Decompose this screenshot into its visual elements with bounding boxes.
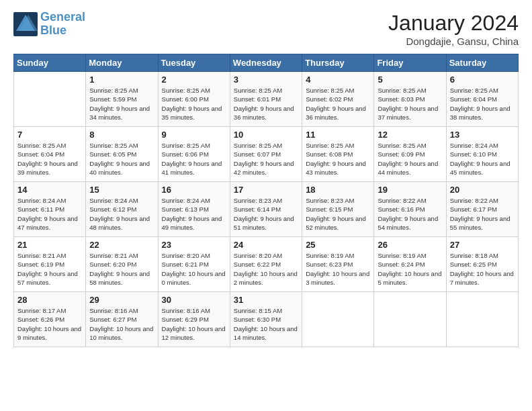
day-number: 12	[378, 130, 442, 140]
day-cell	[446, 292, 518, 347]
day-info: Sunrise: 8:21 AMSunset: 6:20 PMDaylight:…	[89, 251, 154, 287]
weekday-header-friday: Friday	[374, 54, 446, 72]
day-info: Sunrise: 8:18 AMSunset: 6:25 PMDaylight:…	[450, 251, 515, 287]
day-cell: 17Sunrise: 8:23 AMSunset: 6:14 PMDayligh…	[230, 182, 302, 237]
calendar-table: SundayMondayTuesdayWednesdayThursdayFrid…	[13, 54, 519, 347]
day-number: 25	[306, 240, 370, 250]
day-cell: 18Sunrise: 8:23 AMSunset: 6:15 PMDayligh…	[302, 182, 374, 237]
week-row-4: 21Sunrise: 8:21 AMSunset: 6:19 PMDayligh…	[14, 237, 519, 292]
day-number: 8	[89, 130, 154, 140]
day-cell: 11Sunrise: 8:25 AMSunset: 6:08 PMDayligh…	[302, 127, 374, 182]
logo-text: General Blue	[40, 11, 85, 38]
day-cell	[302, 292, 374, 347]
day-cell: 24Sunrise: 8:20 AMSunset: 6:22 PMDayligh…	[230, 237, 302, 292]
day-number: 26	[378, 240, 442, 250]
day-number: 2	[162, 75, 226, 85]
day-info: Sunrise: 8:25 AMSunset: 6:09 PMDaylight:…	[378, 141, 442, 177]
day-number: 31	[234, 295, 298, 305]
day-info: Sunrise: 8:15 AMSunset: 6:30 PMDaylight:…	[234, 306, 298, 342]
day-cell: 20Sunrise: 8:22 AMSunset: 6:17 PMDayligh…	[446, 182, 518, 237]
day-info: Sunrise: 8:24 AMSunset: 6:10 PMDaylight:…	[450, 141, 515, 177]
day-number: 29	[89, 295, 154, 305]
day-number: 30	[162, 295, 226, 305]
day-cell: 3Sunrise: 8:25 AMSunset: 6:01 PMDaylight…	[230, 72, 302, 127]
day-cell: 22Sunrise: 8:21 AMSunset: 6:20 PMDayligh…	[86, 237, 158, 292]
weekday-row: SundayMondayTuesdayWednesdayThursdayFrid…	[14, 54, 519, 72]
day-info: Sunrise: 8:21 AMSunset: 6:19 PMDaylight:…	[17, 251, 82, 287]
day-cell: 12Sunrise: 8:25 AMSunset: 6:09 PMDayligh…	[374, 127, 446, 182]
day-cell: 2Sunrise: 8:25 AMSunset: 6:00 PMDaylight…	[158, 72, 230, 127]
day-number: 16	[162, 185, 226, 195]
day-info: Sunrise: 8:20 AMSunset: 6:21 PMDaylight:…	[162, 251, 226, 287]
day-number: 28	[17, 295, 82, 305]
week-row-2: 7Sunrise: 8:25 AMSunset: 6:04 PMDaylight…	[14, 127, 519, 182]
day-cell: 26Sunrise: 8:19 AMSunset: 6:24 PMDayligh…	[374, 237, 446, 292]
day-number: 7	[17, 130, 82, 140]
day-cell: 9Sunrise: 8:25 AMSunset: 6:06 PMDaylight…	[158, 127, 230, 182]
day-number: 14	[17, 185, 82, 195]
day-number: 15	[89, 185, 154, 195]
logo-line2: Blue	[40, 24, 66, 37]
day-cell: 15Sunrise: 8:24 AMSunset: 6:12 PMDayligh…	[86, 182, 158, 237]
day-info: Sunrise: 8:25 AMSunset: 6:00 PMDaylight:…	[162, 86, 226, 122]
day-info: Sunrise: 8:25 AMSunset: 5:59 PMDaylight:…	[89, 86, 154, 122]
day-number: 19	[378, 185, 442, 195]
day-cell: 29Sunrise: 8:16 AMSunset: 6:27 PMDayligh…	[86, 292, 158, 347]
day-info: Sunrise: 8:25 AMSunset: 6:06 PMDaylight:…	[162, 141, 226, 177]
day-number: 10	[234, 130, 298, 140]
day-number: 13	[450, 130, 515, 140]
day-number: 1	[89, 75, 154, 85]
day-cell	[14, 72, 86, 127]
day-cell: 31Sunrise: 8:15 AMSunset: 6:30 PMDayligh…	[230, 292, 302, 347]
logo-icon	[13, 12, 38, 36]
day-info: Sunrise: 8:25 AMSunset: 6:08 PMDaylight:…	[306, 141, 370, 177]
week-row-3: 14Sunrise: 8:24 AMSunset: 6:11 PMDayligh…	[14, 182, 519, 237]
weekday-header-saturday: Saturday	[446, 54, 518, 72]
day-info: Sunrise: 8:25 AMSunset: 6:05 PMDaylight:…	[89, 141, 154, 177]
day-cell: 13Sunrise: 8:24 AMSunset: 6:10 PMDayligh…	[446, 127, 518, 182]
day-cell: 4Sunrise: 8:25 AMSunset: 6:02 PMDaylight…	[302, 72, 374, 127]
day-cell: 5Sunrise: 8:25 AMSunset: 6:03 PMDaylight…	[374, 72, 446, 127]
day-cell: 7Sunrise: 8:25 AMSunset: 6:04 PMDaylight…	[14, 127, 86, 182]
day-number: 20	[450, 185, 515, 195]
day-cell: 10Sunrise: 8:25 AMSunset: 6:07 PMDayligh…	[230, 127, 302, 182]
weekday-header-tuesday: Tuesday	[158, 54, 230, 72]
day-cell: 23Sunrise: 8:20 AMSunset: 6:21 PMDayligh…	[158, 237, 230, 292]
header: General Blue January 2024 Dongdajie, Gan…	[13, 11, 519, 47]
day-cell: 19Sunrise: 8:22 AMSunset: 6:16 PMDayligh…	[374, 182, 446, 237]
day-cell: 1Sunrise: 8:25 AMSunset: 5:59 PMDaylight…	[86, 72, 158, 127]
day-info: Sunrise: 8:25 AMSunset: 6:04 PMDaylight:…	[17, 141, 82, 177]
week-row-1: 1Sunrise: 8:25 AMSunset: 5:59 PMDaylight…	[14, 72, 519, 127]
day-cell: 6Sunrise: 8:25 AMSunset: 6:04 PMDaylight…	[446, 72, 518, 127]
day-info: Sunrise: 8:23 AMSunset: 6:14 PMDaylight:…	[234, 196, 298, 232]
day-info: Sunrise: 8:25 AMSunset: 6:02 PMDaylight:…	[306, 86, 370, 122]
day-number: 17	[234, 185, 298, 195]
day-cell	[374, 292, 446, 347]
day-info: Sunrise: 8:19 AMSunset: 6:23 PMDaylight:…	[306, 251, 370, 287]
day-number: 11	[306, 130, 370, 140]
day-info: Sunrise: 8:17 AMSunset: 6:26 PMDaylight:…	[17, 306, 82, 342]
day-number: 27	[450, 240, 515, 250]
day-info: Sunrise: 8:24 AMSunset: 6:11 PMDaylight:…	[17, 196, 82, 232]
day-cell: 16Sunrise: 8:24 AMSunset: 6:13 PMDayligh…	[158, 182, 230, 237]
day-cell: 30Sunrise: 8:16 AMSunset: 6:29 PMDayligh…	[158, 292, 230, 347]
day-info: Sunrise: 8:19 AMSunset: 6:24 PMDaylight:…	[378, 251, 442, 287]
day-info: Sunrise: 8:20 AMSunset: 6:22 PMDaylight:…	[234, 251, 298, 287]
month-title: January 2024	[388, 11, 519, 36]
weekday-header-wednesday: Wednesday	[230, 54, 302, 72]
logo: General Blue	[13, 11, 85, 38]
logo-line1: General	[40, 10, 85, 24]
day-cell: 28Sunrise: 8:17 AMSunset: 6:26 PMDayligh…	[14, 292, 86, 347]
day-number: 5	[378, 75, 442, 85]
day-info: Sunrise: 8:25 AMSunset: 6:03 PMDaylight:…	[378, 86, 442, 122]
day-number: 9	[162, 130, 226, 140]
day-info: Sunrise: 8:16 AMSunset: 6:27 PMDaylight:…	[89, 306, 154, 342]
day-cell: 8Sunrise: 8:25 AMSunset: 6:05 PMDaylight…	[86, 127, 158, 182]
calendar-header: SundayMondayTuesdayWednesdayThursdayFrid…	[14, 54, 519, 72]
day-info: Sunrise: 8:23 AMSunset: 6:15 PMDaylight:…	[306, 196, 370, 232]
day-info: Sunrise: 8:25 AMSunset: 6:01 PMDaylight:…	[234, 86, 298, 122]
weekday-header-monday: Monday	[86, 54, 158, 72]
day-number: 6	[450, 75, 515, 85]
title-block: January 2024 Dongdajie, Gansu, China	[388, 11, 519, 47]
day-info: Sunrise: 8:24 AMSunset: 6:13 PMDaylight:…	[162, 196, 226, 232]
